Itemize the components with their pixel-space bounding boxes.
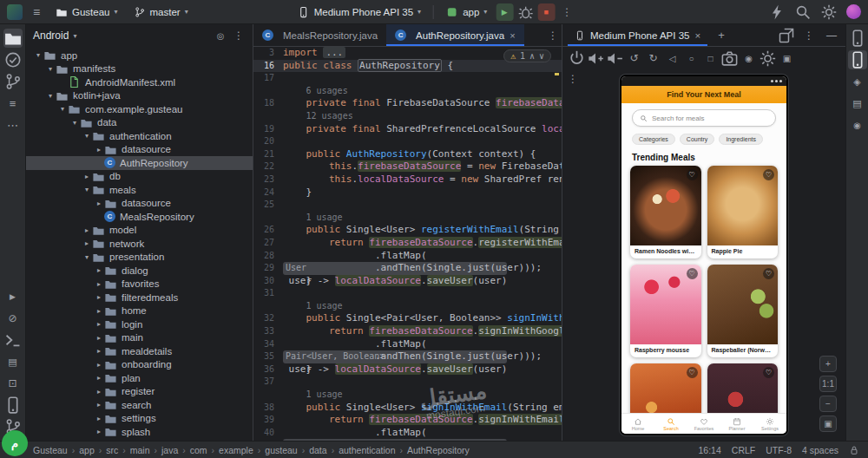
rotate-left-button[interactable]: ↺ (625, 49, 643, 67)
settings-button[interactable] (759, 49, 777, 67)
terminal-tool-button[interactable] (3, 330, 23, 350)
caret-position-widget[interactable]: 16:14 (699, 445, 721, 455)
panel-options-button[interactable]: ⋮ (800, 27, 818, 44)
overview-button[interactable]: □ (701, 49, 720, 67)
tree-arrow-icon[interactable]: ▸ (94, 415, 104, 422)
run-tool-tool-button[interactable]: ▶ (3, 287, 23, 306)
tree-arrow-icon[interactable]: ▸ (94, 200, 104, 207)
next-problem-icon[interactable]: ∨ (539, 51, 544, 61)
tree-arrow-icon[interactable]: ▾ (45, 92, 56, 100)
tree-arrow-icon[interactable]: ▾ (57, 105, 68, 113)
select-opened-file-button[interactable]: ◎ (214, 29, 227, 43)
screenshot-button[interactable] (720, 49, 739, 67)
favorite-heart-icon[interactable]: ♡ (763, 268, 774, 279)
gradle-tool-button[interactable]: ◈ (848, 72, 867, 91)
tree-arrow-icon[interactable]: ▸ (94, 401, 104, 409)
home-button[interactable]: ○ (682, 49, 700, 67)
tree-item-authentication[interactable]: ▾authentication (26, 129, 253, 143)
tree-arrow-icon[interactable]: ▸ (82, 239, 92, 247)
tree-item-search[interactable]: ▸search (26, 398, 253, 412)
problems-tool-button[interactable]: ⊘ (3, 309, 23, 328)
breadcrumb-item[interactable]: authentication (339, 445, 395, 455)
favorite-heart-icon[interactable]: ♡ (763, 367, 774, 378)
filter-chip-ingredients[interactable]: Ingredients (719, 134, 763, 145)
nav-item-search[interactable]: Search (654, 414, 687, 434)
tree-item-main[interactable]: ▸main (26, 331, 253, 345)
stage-options-icon[interactable]: ⋮ (568, 73, 578, 85)
usage-hint[interactable]: 1 usage (306, 301, 343, 311)
project-view-mode[interactable]: Android (33, 29, 69, 42)
favorite-heart-icon[interactable]: ♡ (687, 268, 698, 279)
tree-item-onboarding[interactable]: ▸onboarding (26, 358, 253, 372)
nav-item-planner[interactable]: Planner (720, 414, 753, 434)
meal-search-input[interactable]: Search for meals (632, 109, 776, 127)
breadcrumb[interactable]: Gusteau›app›src›main›java›com›example›gu… (33, 445, 470, 455)
tree-arrow-icon[interactable]: ▾ (69, 119, 80, 127)
run-anything-icon[interactable] (768, 3, 786, 21)
tree-item-com-example-gusteau[interactable]: ▾com.example.gusteau (26, 102, 253, 116)
zoom-fit-button[interactable]: ▣ (819, 415, 837, 432)
close-tab-icon[interactable]: × (510, 30, 515, 41)
usage-hint[interactable]: 6 usages (306, 86, 348, 95)
tab-authrepository-java[interactable]: CAuthRepository.java× (386, 24, 524, 46)
tree-arrow-icon[interactable]: ▸ (94, 361, 104, 369)
tree-item-manifests[interactable]: ▾manifests (26, 62, 253, 76)
project-options-button[interactable]: ⋮ (232, 29, 246, 43)
tree-arrow-icon[interactable]: ▸ (94, 334, 104, 342)
usage-hint[interactable]: 1 usage (306, 213, 343, 222)
breadcrumb-item[interactable]: main (130, 445, 150, 455)
inspections-widget[interactable]: ⚠ 1 ∧ ∨ (503, 49, 551, 62)
tree-item-model[interactable]: ▸model (26, 224, 253, 238)
structure-tool-button[interactable]: ≡ (3, 94, 23, 113)
encoding-widget[interactable]: UTF-8 (766, 445, 792, 455)
tree-item-datasource[interactable]: ▸datasource (26, 197, 253, 211)
tree-arrow-icon[interactable]: ▸ (94, 388, 104, 396)
usage-hint[interactable]: 12 usages (306, 111, 353, 121)
fullscreen-button[interactable]: ▣ (778, 49, 796, 67)
tree-item-login[interactable]: ▸login (26, 317, 253, 331)
running-devices-tool-button[interactable] (848, 50, 867, 69)
add-device-tab-button[interactable]: + (713, 27, 730, 44)
volume-down-button[interactable] (606, 49, 624, 67)
hide-panel-button[interactable]: — (823, 27, 840, 44)
line-separator-widget[interactable]: CRLF (732, 445, 755, 455)
device-explorer-tool-button[interactable] (3, 396, 23, 415)
debug-button[interactable] (516, 3, 534, 21)
tree-arrow-icon[interactable]: ▾ (82, 253, 92, 261)
tree-item-app[interactable]: ▾app (26, 49, 253, 62)
rotate-right-button[interactable]: ↻ (644, 49, 662, 67)
breadcrumb-item[interactable]: AuthRepository (407, 445, 470, 455)
tree-item-presentation[interactable]: ▾presentation (26, 251, 253, 265)
tree-arrow-icon[interactable]: ▾ (82, 186, 92, 193)
tab-mealsrepository-java[interactable]: CMealsRepository.java (253, 24, 386, 46)
screen-record-button[interactable]: ◉ (740, 49, 758, 67)
favorite-heart-icon[interactable]: ♡ (763, 169, 774, 180)
tree-arrow-icon[interactable]: ▸ (94, 347, 104, 355)
tree-arrow-icon[interactable]: ▸ (94, 280, 104, 288)
device-screen[interactable]: Find Your Next Meal Search for meals Cat… (621, 76, 786, 434)
device-manager-tool-button[interactable] (848, 29, 867, 48)
build-tool-button[interactable]: ⊡ (3, 374, 23, 393)
favorite-heart-icon[interactable]: ♡ (687, 367, 698, 378)
notifications-tool-button[interactable]: ◉ (848, 115, 867, 134)
meal-card[interactable]: ♡Rappie Pie (707, 166, 779, 258)
device-selector[interactable]: Medium Phone API 35 ▾ (293, 3, 426, 21)
tree-arrow-icon[interactable]: ▸ (94, 266, 104, 274)
code-editor[interactable]: ⚠ 1 ∧ ∨ 3import ...16public class AuthRe… (253, 47, 562, 441)
tree-item-datasource[interactable]: ▸datasource (26, 143, 253, 157)
indent-widget[interactable]: 4 spaces (802, 445, 838, 455)
search-everywhere-button[interactable] (794, 3, 812, 21)
tree-arrow-icon[interactable]: ▸ (94, 293, 104, 301)
close-device-tab-icon[interactable]: × (694, 30, 700, 41)
open-in-window-button[interactable] (778, 27, 795, 44)
tree-item-db[interactable]: ▸db (26, 170, 253, 184)
breadcrumb-item[interactable]: com (190, 445, 207, 455)
build-variants-tool-button[interactable]: ▤ (848, 94, 867, 113)
back-button[interactable]: ◁ (663, 49, 681, 67)
lock-icon[interactable] (849, 445, 859, 455)
commit-tool-button[interactable] (3, 50, 23, 69)
tree-item-plan[interactable]: ▸plan (26, 371, 253, 385)
settings-button[interactable] (820, 3, 838, 21)
usage-hint[interactable]: 1 usage (306, 389, 343, 399)
breadcrumb-item[interactable]: Gusteau (33, 445, 68, 455)
